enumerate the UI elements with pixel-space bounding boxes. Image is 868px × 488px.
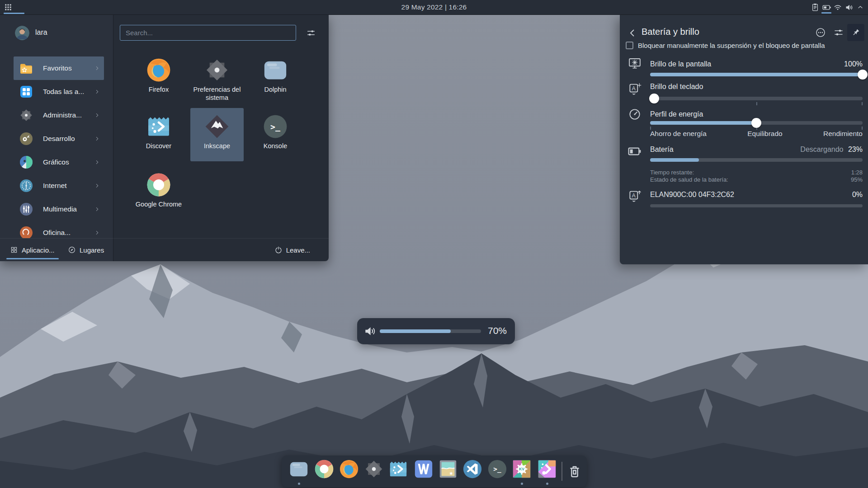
office-icon [19,225,33,238]
slider-handle[interactable] [858,70,868,80]
chevron-right-icon [94,206,100,212]
user-row: lara [0,15,113,51]
application-launcher-button[interactable] [0,0,27,15]
suspend-lock-checkbox[interactable] [626,42,633,49]
screen-brightness-icon [627,56,642,70]
sidebar-item-oficina[interactable]: Oficina... [14,221,104,238]
time-remaining-label: Tiempo restante: [650,169,694,176]
filter-sliders-icon[interactable] [303,25,319,41]
dock-item-vscode[interactable] [462,459,483,479]
volume-speaker-icon [363,324,377,338]
dock-item-discover[interactable] [388,459,409,479]
divider [113,15,113,261]
app-item-dolphin[interactable]: Dolphin [249,52,302,105]
chevron-right-icon [94,159,100,165]
chevron-right-icon [94,89,100,95]
touchscreen-device-icon [627,188,642,203]
slider-tick [862,102,863,105]
slider-handle[interactable] [649,94,659,103]
back-button[interactable] [625,26,640,40]
screen-brightness-slider[interactable] [650,73,863,76]
app-label: Dolphin [249,85,302,94]
sidebar-item-favoritos[interactable]: Favoritos [14,56,104,80]
sidebar-item-administracion[interactable]: Administra... [14,103,104,127]
power-profile-label: Perfil de energía [650,110,703,118]
app-label: Konsole [249,142,302,150]
app-item-google-chrome[interactable]: Google Chrome [132,166,185,220]
app-label: Google Chrome [132,200,185,208]
category-label: Gráficos [43,158,69,166]
screen-brightness-value: 100% [844,60,863,68]
internet-icon [19,178,33,193]
battery-label: Batería [650,145,674,154]
active-underline [821,12,831,14]
wifi-icon[interactable] [833,1,843,13]
option-power-save[interactable]: Ahorro de energía [650,130,707,138]
configure-icon[interactable] [831,25,846,40]
touchscreen-device-value: 0% [852,191,863,199]
system-settings-icon [204,57,230,83]
dock-item-image-viewer[interactable] [438,459,458,479]
volume-value: 70% [488,325,507,336]
sidebar-item-internet[interactable]: Internet [14,174,104,197]
app-item-discover[interactable]: Discover [132,108,185,161]
app-item-konsole[interactable]: Konsole [249,108,302,161]
search-input[interactable] [120,25,296,41]
dock-item-firefox[interactable] [339,459,359,479]
option-balanced[interactable]: Equilibrado [747,130,783,138]
battery-tray-icon[interactable] [821,1,831,13]
dock-item-dolphin[interactable] [288,459,309,479]
leave-button[interactable]: Leave... [274,239,310,261]
clipboard-icon[interactable] [810,1,820,13]
dock-item-kvantum[interactable] [511,459,532,479]
power-profile-slider[interactable] [650,121,863,125]
slider-handle[interactable] [751,118,761,128]
pin-icon[interactable] [847,24,864,41]
power-profile-options: Ahorro de energía Equilibrado Rendimient… [650,130,863,138]
compass-icon [68,246,76,254]
active-underline [4,13,24,14]
chevron-right-icon [94,230,100,236]
sidebar-item-desarrollo[interactable]: Desarrollo [14,127,104,150]
graphics-icon [19,155,33,169]
keyboard-brightness-label: Brillo del teclado [650,83,703,91]
trash-icon[interactable] [567,464,582,479]
app-item-firefox[interactable]: Firefox [132,52,185,105]
app-grid-icon [4,3,13,12]
system-admin-icon [19,108,33,122]
category-list: Favoritos Todas las a... Administra... D… [0,53,113,238]
suspend-lock-checkbox-label[interactable]: Bloquear manualmente la suspensión y el … [638,42,825,49]
dock-item-design-app[interactable] [537,459,557,479]
dock-item-system-settings[interactable] [363,459,384,479]
all-apps-icon [19,84,33,99]
slider-fill [650,121,756,125]
app-item-system-settings[interactable]: Preferencias del sistema [190,52,244,105]
sidebar-item-multimedia[interactable]: Multimedia [14,197,104,221]
keyboard-brightness-icon [627,81,642,96]
category-label: Oficina... [43,229,71,237]
tab-label: Aplicacio... [22,246,55,254]
app-item-inkscape[interactable]: Inkscape [190,108,244,161]
chevron-up-icon[interactable] [855,1,865,13]
category-label: Administra... [43,111,82,119]
keyboard-brightness-slider[interactable] [650,97,863,100]
volume-icon[interactable] [844,1,854,13]
digital-clock[interactable]: 29 May 2022 | 16:26 [389,0,479,14]
battery-status: Descargando [800,145,843,153]
battery-percent: 23% [848,145,863,153]
multimedia-icon [19,202,33,216]
dolphin-icon [262,57,288,83]
sidebar-item-todas-las-aplicaciones[interactable]: Todas las a... [14,80,104,103]
avatar[interactable] [15,26,29,40]
touchscreen-progressbar [650,204,863,207]
dock-item-konsole[interactable] [487,459,508,479]
running-indicator [298,483,300,485]
status-notifications-icon[interactable] [813,25,828,40]
option-performance[interactable]: Rendimiento [823,130,863,138]
chevron-right-icon [94,136,100,142]
dock-item-chrome[interactable] [314,459,335,479]
dock-item-writer[interactable] [413,459,434,479]
sidebar-item-graficos[interactable]: Gráficos [14,150,104,174]
volume-osd: 70% [357,318,515,344]
tab-places[interactable]: Lugares [68,239,104,261]
